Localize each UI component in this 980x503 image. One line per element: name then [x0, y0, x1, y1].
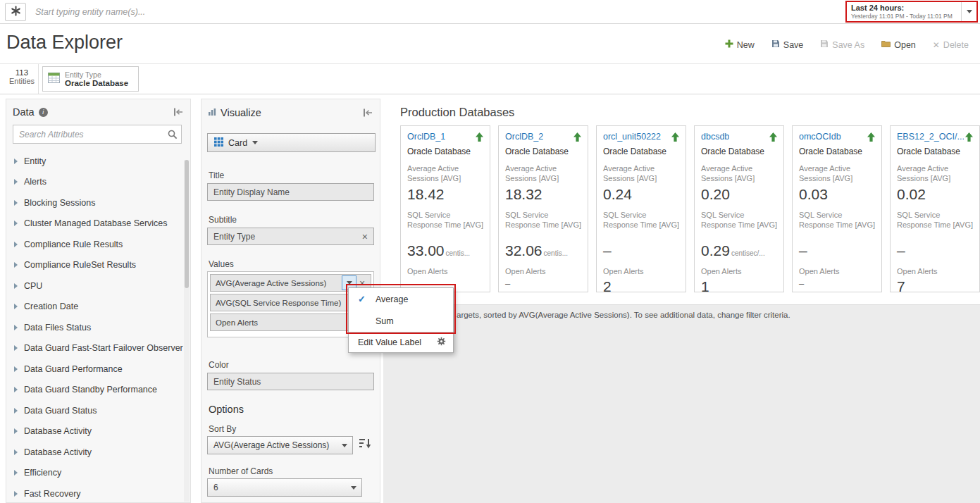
edit-value-label-text: Edit Value Label [358, 337, 421, 347]
card-entity-link[interactable]: OrclDB_1 [407, 132, 445, 142]
sort-by-select[interactable]: AVG(Average Active Sessions) [207, 436, 353, 454]
new-button[interactable]: New [725, 39, 755, 50]
expand-arrow-icon [14, 325, 18, 330]
metric1-value: 0.24 [603, 186, 679, 203]
card-entity-link[interactable]: EBS12_2_OCI/... [897, 132, 964, 142]
title-field-label: Title [209, 170, 224, 180]
scrollbar-thumb[interactable] [185, 160, 189, 288]
collapse-panel-icon[interactable] [173, 108, 184, 116]
metric2-label: SQL Service Response Time [AVG] [603, 210, 679, 240]
attribute-item-dg-status[interactable]: Data Guard Status [6, 400, 190, 421]
color-field[interactable]: Entity Status [207, 373, 374, 390]
metric2-unit: centis... [544, 249, 568, 257]
entities-menu-button[interactable] [5, 3, 26, 21]
data-explorer-screen: Last 24 hours: Yesterday 11:01 PM - Toda… [0, 0, 980, 503]
attribute-item-compliance-rule[interactable]: Compliance Rule Results [6, 234, 190, 255]
attribute-label: Data Guard Performance [24, 364, 123, 374]
time-range-selector[interactable]: Last 24 hours: Yesterday 11:01 PM - Toda… [845, 1, 978, 23]
attribute-item-dg-observer[interactable]: Data Guard Fast-Start Failover Observer [6, 338, 190, 359]
search-icon[interactable] [168, 130, 178, 142]
expand-arrow-icon [14, 200, 18, 206]
card-entity-link[interactable]: omcOCIdb [799, 132, 841, 142]
card-entity-link[interactable]: dbcsdb [701, 132, 729, 142]
attribute-item-compliance-ruleset[interactable]: Compliance RuleSet Results [6, 255, 190, 276]
attribute-item-efficiency[interactable]: Efficiency [6, 463, 190, 484]
metric1-value: 0.03 [799, 186, 875, 203]
attribute-label: Data Guard Status [24, 406, 97, 416]
data-panel-title: Data [13, 106, 35, 118]
attribute-label: Data Guard Standby Performance [24, 385, 157, 395]
menu-item-sum[interactable]: Sum [349, 310, 453, 332]
attribute-item-database-activity[interactable]: Database Activity [6, 421, 190, 442]
entities-count[interactable]: 113 Entities [6, 64, 39, 94]
attribute-label: Compliance RuleSet Results [24, 260, 136, 270]
expand-arrow-icon [14, 345, 18, 351]
menu-item-edit-value-label[interactable]: Edit Value Label [349, 332, 453, 352]
attribute-item-blocking-sessions[interactable]: Blocking Sessions [6, 192, 190, 213]
entity-type-filter-chip[interactable]: Entity Type Oracle Database [42, 66, 139, 92]
collapse-panel-icon[interactable] [363, 108, 373, 117]
db-card-orcldb-2: OrclDB_2 Oracle Database Average Active … [498, 125, 588, 292]
save-button[interactable]: Save [771, 39, 804, 50]
attribute-label: Fast Recovery [24, 489, 81, 499]
clear-icon[interactable]: × [362, 232, 368, 242]
attribute-label: CPU [24, 281, 42, 291]
value-chip-sql-response-time[interactable]: AVG(SQL Service Response Time) [210, 294, 371, 311]
card-entity-link[interactable]: OrclDB_2 [505, 132, 543, 142]
attribute-item-alerts[interactable]: Alerts [6, 172, 190, 193]
card-entity-link[interactable]: orcl_unit50222 [603, 132, 661, 142]
attribute-item-cpu[interactable]: CPU [6, 275, 190, 297]
delete-button[interactable]: ✕ Delete [933, 40, 969, 50]
metric1-label: Average Active Sessions [AVG] [799, 163, 875, 184]
menu-item-label: Average [376, 294, 408, 304]
save-as-button[interactable]: Save As [820, 39, 864, 50]
attribute-item-creation-date[interactable]: Creation Date [6, 297, 190, 318]
value-chip-open-alerts[interactable]: Open Alerts [210, 313, 371, 331]
card-entity-type: Oracle Database [701, 147, 777, 156]
time-range-value: Yesterday 11:01 PM - Today 11:01 PM [851, 13, 961, 20]
results-area: Production Databases OrclDB_1 Oracle Dat… [383, 99, 980, 503]
metric2-unit: centisec/... [731, 249, 765, 257]
info-icon[interactable]: i [39, 108, 48, 117]
alerts-label: Open Alerts [897, 266, 973, 276]
alerts-label: Open Alerts [701, 266, 777, 276]
number-of-cards-select[interactable]: 6 [207, 478, 362, 497]
attribute-label: Database Activity [24, 426, 92, 436]
open-button[interactable]: Open [881, 39, 916, 50]
expand-arrow-icon [14, 242, 18, 247]
card-entity-type: Oracle Database [897, 147, 973, 156]
menu-item-average[interactable]: ✓ Average [349, 288, 453, 310]
data-panel: Data i Entity Alerts Blocking Sessions C… [6, 99, 191, 503]
expand-arrow-icon [14, 221, 18, 226]
entity-search-input[interactable] [34, 4, 809, 20]
scrollbar-track[interactable] [184, 160, 190, 502]
metric2-label: SQL Service Response Time [AVG] [701, 210, 777, 240]
subtitle-field[interactable]: Entity Type × [207, 228, 374, 245]
attribute-item-fast-recovery[interactable]: Fast Recovery [6, 483, 190, 503]
plus-icon [725, 39, 733, 50]
entity-type-icon [48, 73, 60, 86]
expand-arrow-icon [14, 179, 18, 185]
attribute-label: Compliance Rule Results [24, 240, 123, 249]
attribute-item-entity[interactable]: Entity [6, 151, 190, 172]
up-arrow-icon [965, 132, 973, 144]
results-note: argets, sorted by AVG(Average Active Ses… [457, 311, 790, 319]
metric2-value: 32.06 [505, 242, 542, 259]
card-entity-type: Oracle Database [603, 147, 679, 156]
attribute-item-data-files-status[interactable]: Data Files Status [6, 317, 190, 338]
chevron-down-icon [252, 141, 258, 144]
title-field[interactable]: Entity Display Name [207, 183, 374, 201]
expand-arrow-icon [14, 387, 18, 392]
attribute-item-dg-standby[interactable]: Data Guard Standby Performance [6, 380, 190, 401]
attribute-search-input[interactable] [13, 125, 181, 143]
metric2-unit: centis... [446, 249, 470, 257]
attribute-item-dg-performance[interactable]: Data Guard Performance [6, 359, 190, 380]
sort-descending-icon[interactable] [359, 438, 371, 452]
card-entity-type: Oracle Database [505, 147, 581, 156]
chart-type-dropdown[interactable]: Card [207, 133, 376, 152]
value-chip-avg-active-sessions[interactable]: AVG(Average Active Sessions) × [210, 274, 371, 292]
attribute-item-database-activity-2[interactable]: Database Activity [6, 442, 190, 463]
attribute-item-cluster-services[interactable]: Cluster Managed Database Services [6, 213, 190, 235]
metric2-value: – [897, 242, 905, 259]
metric2-label: SQL Service Response Time [AVG] [407, 210, 483, 240]
